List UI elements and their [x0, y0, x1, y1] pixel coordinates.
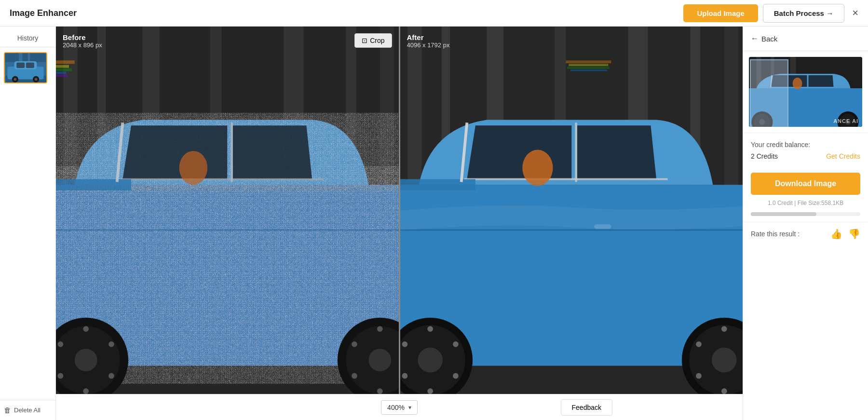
image-panels: Before 2048 x 896 px ⊡ Crop — [56, 27, 743, 394]
image-toolbar: 400% ▾ Feedback — [56, 394, 743, 420]
svg-point-46 — [352, 341, 357, 347]
credit-section: Your credit balance: 2 Credits Get Credi… — [743, 133, 868, 168]
svg-point-79 — [711, 348, 736, 373]
svg-point-80 — [721, 326, 727, 332]
preview-selection-overlay — [750, 59, 788, 127]
close-button[interactable]: × — [852, 7, 858, 19]
thumbnail-image — [5, 53, 46, 82]
svg-point-11 — [35, 78, 38, 81]
zoom-display[interactable]: 400% ▾ — [381, 400, 418, 415]
rate-section: Rate this result : 👍 👎 — [743, 222, 868, 245]
rate-label: Rate this result : — [751, 230, 825, 238]
sidebar: History — [0, 27, 56, 420]
before-label: Before 2048 x 896 px — [63, 33, 102, 49]
crop-button[interactable]: ⊡ Crop — [354, 33, 392, 48]
sidebar-thumbnails — [0, 47, 55, 400]
svg-rect-28 — [56, 179, 131, 190]
svg-point-41 — [377, 326, 383, 332]
after-title: After — [407, 33, 450, 41]
zoom-dropdown-arrow[interactable]: ▾ — [408, 404, 411, 411]
svg-rect-6 — [16, 63, 25, 68]
svg-point-70 — [418, 348, 443, 373]
svg-point-9 — [14, 78, 17, 81]
preview-section: ANCE AI — [743, 51, 868, 133]
svg-point-73 — [453, 373, 459, 379]
preview-image: ANCE AI — [749, 57, 862, 127]
trash-icon: 🗑 — [4, 406, 11, 414]
crop-icon: ⊡ — [362, 37, 367, 44]
svg-point-85 — [696, 341, 702, 347]
back-button[interactable]: ← Back — [751, 34, 777, 43]
svg-point-74 — [427, 388, 433, 394]
right-panel-header: ← Back — [743, 27, 868, 51]
svg-point-37 — [58, 341, 64, 347]
svg-point-76 — [402, 341, 407, 347]
svg-rect-64 — [570, 69, 607, 71]
svg-point-32 — [83, 326, 89, 332]
svg-point-40 — [368, 349, 391, 371]
before-title: Before — [63, 33, 102, 41]
before-size: 2048 x 896 px — [63, 41, 102, 49]
credit-value: 2 Credits — [751, 152, 778, 160]
svg-point-34 — [108, 373, 114, 379]
horizontal-scrollbar[interactable] — [751, 212, 860, 216]
svg-point-50 — [179, 151, 208, 185]
history-thumbnail[interactable] — [4, 52, 47, 83]
svg-point-103 — [793, 78, 802, 89]
zoom-value: 400% — [387, 404, 405, 411]
delete-all-button[interactable]: 🗑 Delete All — [0, 400, 55, 420]
crop-label: Crop — [370, 37, 384, 44]
svg-point-90 — [522, 150, 553, 186]
batch-process-button[interactable]: Batch Process → — [763, 4, 844, 23]
app-title: Image Enhancer — [10, 8, 683, 18]
app-header: Image Enhancer Upload Image Batch Proces… — [0, 0, 868, 27]
svg-point-36 — [58, 373, 64, 379]
after-panel: After 4096 x 1792 px — [400, 27, 743, 394]
svg-point-75 — [402, 373, 407, 379]
svg-point-35 — [83, 388, 89, 394]
svg-rect-61 — [566, 60, 611, 63]
history-label: History — [0, 27, 55, 47]
svg-rect-63 — [567, 67, 609, 69]
svg-rect-23 — [56, 68, 72, 71]
svg-rect-25 — [56, 75, 68, 77]
svg-point-71 — [427, 326, 433, 332]
scrollbar-thumb[interactable] — [751, 212, 816, 216]
svg-point-31 — [75, 349, 97, 371]
svg-point-33 — [108, 341, 114, 347]
svg-rect-24 — [56, 72, 66, 74]
get-credits-link[interactable]: Get Credits — [826, 152, 860, 160]
svg-rect-21 — [56, 60, 75, 64]
credit-row: 2 Credits Get Credits — [751, 152, 860, 160]
watermark-label: ANCE AI — [833, 118, 858, 124]
delete-all-label: Delete All — [14, 406, 41, 414]
download-meta: 1.0 Credit | File Size:558.1KB — [743, 200, 868, 206]
batch-process-label: Batch Process → — [774, 9, 833, 17]
before-car-image — [56, 27, 399, 394]
svg-rect-62 — [569, 64, 608, 66]
upload-image-button[interactable]: Upload Image — [683, 4, 758, 22]
svg-point-72 — [453, 341, 459, 347]
credit-balance-label: Your credit balance: — [751, 141, 860, 149]
image-viewer: Before 2048 x 896 px ⊡ Crop — [56, 27, 743, 420]
download-button[interactable]: Download Image — [751, 173, 860, 195]
after-car-image — [400, 27, 743, 394]
main-content: History — [0, 27, 868, 420]
svg-point-84 — [696, 373, 702, 379]
svg-point-45 — [352, 373, 357, 379]
svg-point-44 — [377, 388, 383, 394]
svg-rect-7 — [26, 63, 34, 68]
svg-point-83 — [721, 388, 727, 394]
after-size: 4096 x 1792 px — [407, 41, 450, 49]
feedback-button[interactable]: Feedback — [561, 399, 612, 416]
svg-rect-67 — [400, 179, 475, 190]
back-arrow-icon: ← — [751, 34, 759, 43]
back-label: Back — [761, 35, 777, 43]
before-panel: Before 2048 x 896 px ⊡ Crop — [56, 27, 399, 394]
thumbs-up-button[interactable]: 👍 — [830, 228, 842, 240]
svg-rect-22 — [56, 65, 69, 68]
after-label: After 4096 x 1792 px — [407, 33, 450, 49]
right-panel: ← Back — [743, 27, 868, 420]
thumbs-down-button[interactable]: 👎 — [848, 228, 860, 240]
